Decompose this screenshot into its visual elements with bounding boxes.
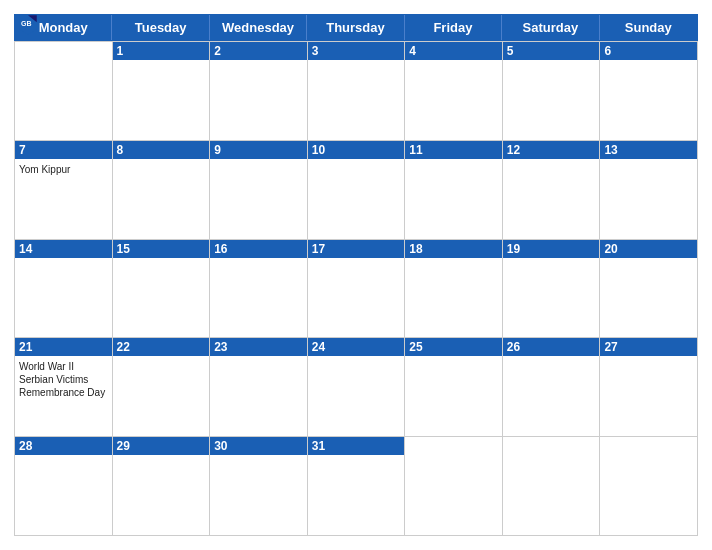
day-header-wednesday: Wednesday <box>210 15 307 40</box>
day-number: 17 <box>308 240 405 258</box>
day-header-tuesday: Tuesday <box>112 15 209 40</box>
day-header-thursday: Thursday <box>307 15 404 40</box>
day-cell: 20 <box>600 240 698 339</box>
day-number: 24 <box>308 338 405 356</box>
day-number: 10 <box>308 141 405 159</box>
day-number: 4 <box>405 42 502 60</box>
day-cell: 6 <box>600 42 698 141</box>
day-cell: 22 <box>113 338 211 437</box>
day-cell: 30 <box>210 437 308 536</box>
day-cell: 7Yom Kippur <box>15 141 113 240</box>
logo-icon: GB <box>14 10 42 38</box>
day-cell: 29 <box>113 437 211 536</box>
day-number: 15 <box>113 240 210 258</box>
day-number: 20 <box>600 240 697 258</box>
calendar-container: GB MondayTuesdayWednesdayThursdayFridayS… <box>0 0 712 550</box>
day-cell: 12 <box>503 141 601 240</box>
day-number: 19 <box>503 240 600 258</box>
day-cell: 13 <box>600 141 698 240</box>
day-number: 9 <box>210 141 307 159</box>
day-number: 12 <box>503 141 600 159</box>
day-cell: 3 <box>308 42 406 141</box>
day-cell: 0 <box>600 437 698 536</box>
event-text: Yom Kippur <box>19 163 108 176</box>
day-cell: 0 <box>405 437 503 536</box>
day-cell: 23 <box>210 338 308 437</box>
day-cell: 0 <box>15 42 113 141</box>
day-number: 14 <box>15 240 112 258</box>
day-cell: 18 <box>405 240 503 339</box>
day-header-sunday: Sunday <box>600 15 697 40</box>
day-cell: 1 <box>113 42 211 141</box>
day-number: 5 <box>503 42 600 60</box>
day-number: 31 <box>308 437 405 455</box>
day-cell: 9 <box>210 141 308 240</box>
day-number: 8 <box>113 141 210 159</box>
day-cell: 19 <box>503 240 601 339</box>
day-number: 26 <box>503 338 600 356</box>
svg-text:GB: GB <box>21 20 32 27</box>
day-number: 22 <box>113 338 210 356</box>
day-cell: 2 <box>210 42 308 141</box>
logo-area: GB <box>14 10 45 38</box>
day-number: 21 <box>15 338 112 356</box>
day-cell: 4 <box>405 42 503 141</box>
day-cell: 8 <box>113 141 211 240</box>
day-headers: MondayTuesdayWednesdayThursdayFridaySatu… <box>14 14 698 41</box>
calendar-grid: 01234567Yom Kippur8910111213141516171819… <box>14 41 698 536</box>
day-cell: 16 <box>210 240 308 339</box>
day-number: 25 <box>405 338 502 356</box>
day-cell: 10 <box>308 141 406 240</box>
day-cell: 21World War II Serbian Victims Remembran… <box>15 338 113 437</box>
day-number: 6 <box>600 42 697 60</box>
day-cell: 27 <box>600 338 698 437</box>
day-number: 30 <box>210 437 307 455</box>
day-number: 1 <box>113 42 210 60</box>
day-cell: 24 <box>308 338 406 437</box>
day-number: 16 <box>210 240 307 258</box>
day-number: 13 <box>600 141 697 159</box>
day-cell: 25 <box>405 338 503 437</box>
day-cell: 14 <box>15 240 113 339</box>
day-cell: 26 <box>503 338 601 437</box>
day-number: 28 <box>15 437 112 455</box>
day-cell: 5 <box>503 42 601 141</box>
day-number: 23 <box>210 338 307 356</box>
day-number: 18 <box>405 240 502 258</box>
day-number: 27 <box>600 338 697 356</box>
day-cell: 28 <box>15 437 113 536</box>
day-number: 7 <box>15 141 112 159</box>
day-cell: 11 <box>405 141 503 240</box>
day-cell: 0 <box>503 437 601 536</box>
day-header-saturday: Saturday <box>502 15 599 40</box>
day-cell: 31 <box>308 437 406 536</box>
day-cell: 15 <box>113 240 211 339</box>
day-number: 3 <box>308 42 405 60</box>
day-header-friday: Friday <box>405 15 502 40</box>
day-number: 29 <box>113 437 210 455</box>
event-text: World War II Serbian Victims Remembrance… <box>19 360 108 399</box>
day-number: 2 <box>210 42 307 60</box>
day-cell: 17 <box>308 240 406 339</box>
day-number: 11 <box>405 141 502 159</box>
